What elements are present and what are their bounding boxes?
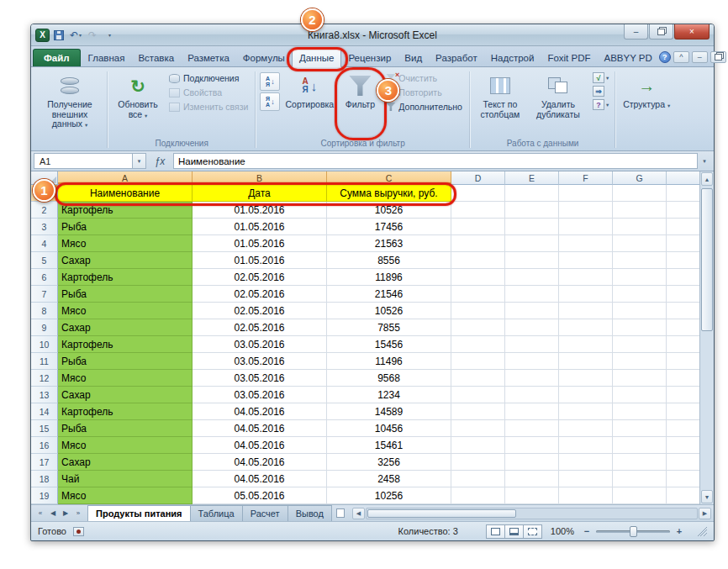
- cell-F12[interactable]: [559, 370, 613, 387]
- ribbon-tab-data[interactable]: Данные: [292, 49, 342, 67]
- resize-grip[interactable]: [697, 526, 707, 536]
- cell-G10[interactable]: [613, 336, 667, 353]
- cell-F9[interactable]: [559, 319, 613, 336]
- cell-F1[interactable]: [559, 185, 613, 202]
- cell-A12[interactable]: Мясо: [58, 370, 193, 387]
- vertical-scrollbar[interactable]: ▲ ▼: [699, 171, 714, 504]
- cell-C6[interactable]: 11896: [327, 269, 451, 286]
- ribbon-tab-3[interactable]: Разметка: [181, 50, 236, 66]
- sort-az-button[interactable]: АЯ↓: [260, 72, 280, 91]
- consolidate-button[interactable]: ⇒: [591, 86, 610, 97]
- cell-E4[interactable]: [505, 235, 559, 252]
- cell-B3[interactable]: 01.05.2016: [193, 219, 327, 235]
- cell-A10[interactable]: Картофель: [58, 336, 193, 353]
- cell-E9[interactable]: [505, 319, 559, 336]
- normal-view-button[interactable]: [486, 524, 505, 539]
- cell-D8[interactable]: [451, 303, 505, 319]
- row-header-10[interactable]: 10: [31, 336, 58, 353]
- macro-record-icon[interactable]: [73, 527, 84, 536]
- column-header-F[interactable]: F: [559, 171, 613, 185]
- cell-D18[interactable]: [451, 471, 505, 487]
- save-button[interactable]: [51, 28, 66, 42]
- cell-E10[interactable]: [505, 336, 559, 353]
- cell-E1[interactable]: [505, 185, 559, 202]
- row-header-4[interactable]: 4: [31, 235, 58, 252]
- cell-G7[interactable]: [613, 286, 667, 303]
- scroll-right-button[interactable]: ▶: [699, 508, 711, 519]
- cell-F17[interactable]: [559, 454, 613, 471]
- cell-D14[interactable]: [451, 403, 505, 420]
- cell-G1[interactable]: [613, 185, 667, 202]
- cell-C7[interactable]: 21546: [327, 286, 451, 303]
- cell-E8[interactable]: [505, 303, 559, 319]
- cell-E18[interactable]: [505, 471, 559, 487]
- cell-A9[interactable]: Сахар: [58, 319, 193, 336]
- cell-A7[interactable]: Рыба: [58, 286, 193, 303]
- cell-A14[interactable]: Картофель: [58, 403, 193, 420]
- horizontal-scroll-thumb[interactable]: [367, 509, 516, 518]
- cell-B6[interactable]: 02.05.2016: [193, 269, 327, 286]
- cell-E15[interactable]: [505, 420, 559, 437]
- cell-F13[interactable]: [559, 387, 613, 403]
- horizontal-scroll-track[interactable]: [366, 508, 698, 519]
- cell-C11[interactable]: 11496: [327, 353, 451, 370]
- zoom-slider-thumb[interactable]: [630, 526, 637, 537]
- cell-B7[interactable]: 02.05.2016: [193, 286, 327, 303]
- cell-A18[interactable]: Чай: [58, 471, 193, 487]
- cell-E7[interactable]: [505, 286, 559, 303]
- cell-G13[interactable]: [613, 387, 667, 403]
- cell-E12[interactable]: [505, 370, 559, 387]
- row-header-3[interactable]: 3: [31, 219, 58, 235]
- cell-E17[interactable]: [505, 454, 559, 471]
- cell-B8[interactable]: 02.05.2016: [193, 303, 327, 319]
- ribbon-tab-4[interactable]: Формулы: [236, 50, 292, 66]
- cell-D19[interactable]: [451, 487, 505, 504]
- row-header-9[interactable]: 9: [31, 319, 58, 336]
- formula-bar-expand-button[interactable]: ▾: [698, 153, 711, 169]
- cell-E5[interactable]: [505, 252, 559, 269]
- formula-input[interactable]: Наименование: [173, 153, 698, 169]
- row-header-2[interactable]: 2: [31, 202, 58, 219]
- cell-F16[interactable]: [559, 437, 613, 454]
- ribbon-tab-file[interactable]: Файл: [33, 49, 81, 66]
- cell-C18[interactable]: 2458: [327, 471, 451, 487]
- remove-duplicates-button[interactable]: Удалить дубликаты: [527, 70, 589, 138]
- cell-F10[interactable]: [559, 336, 613, 353]
- cell-A4[interactable]: Мясо: [58, 235, 193, 252]
- cell-C8[interactable]: 10526: [327, 303, 451, 319]
- cell-F19[interactable]: [559, 487, 613, 504]
- cell-D16[interactable]: [451, 437, 505, 454]
- outline-button[interactable]: → Структура ▾: [619, 70, 674, 138]
- cell-D13[interactable]: [451, 387, 505, 403]
- cell-G6[interactable]: [613, 269, 667, 286]
- cell-F2[interactable]: [559, 202, 613, 219]
- cell-F18[interactable]: [559, 471, 613, 487]
- ribbon-tab-10[interactable]: Foxit PDF: [541, 50, 597, 66]
- cell-B10[interactable]: 03.05.2016: [193, 336, 327, 353]
- first-sheet-button[interactable]: «: [34, 508, 46, 519]
- workbook-minimize-button[interactable]: –: [692, 51, 708, 63]
- cell-B19[interactable]: 05.05.2016: [193, 487, 327, 504]
- row-header-11[interactable]: 11: [31, 353, 58, 370]
- get-external-data-button[interactable]: Получение внешних данных ▾: [35, 70, 104, 138]
- cell-G5[interactable]: [613, 252, 667, 269]
- scroll-up-button[interactable]: ▲: [701, 172, 713, 186]
- row-header-14[interactable]: 14: [31, 403, 58, 420]
- cell-A17[interactable]: Сахар: [58, 454, 193, 471]
- cell-C10[interactable]: 15456: [327, 336, 451, 353]
- zoom-out-button[interactable]: −: [583, 526, 591, 536]
- ribbon-tab-9[interactable]: Надстрой: [484, 50, 541, 66]
- cell-C13[interactable]: 1234: [327, 387, 451, 403]
- cell-D17[interactable]: [451, 454, 505, 471]
- cell-G12[interactable]: [613, 370, 667, 387]
- cell-C3[interactable]: 17456: [327, 219, 451, 235]
- cell-C4[interactable]: 21563: [327, 235, 451, 252]
- cell-D4[interactable]: [451, 235, 505, 252]
- cell-D3[interactable]: [451, 219, 505, 235]
- insert-function-button[interactable]: ƒx: [148, 153, 171, 169]
- row-header-18[interactable]: 18: [31, 471, 58, 487]
- cell-G19[interactable]: [613, 487, 667, 504]
- cell-G18[interactable]: [613, 471, 667, 487]
- previous-sheet-button[interactable]: ◀: [47, 508, 59, 519]
- column-header-D[interactable]: D: [451, 171, 505, 185]
